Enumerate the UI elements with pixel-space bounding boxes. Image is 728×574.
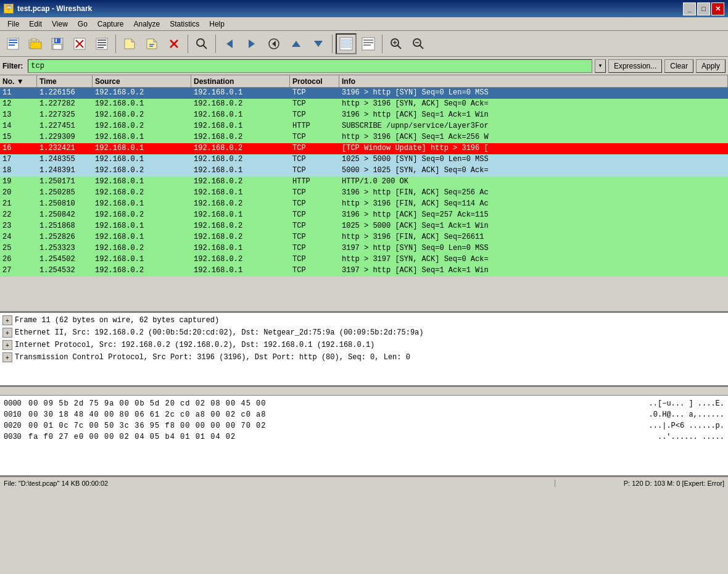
reload-button[interactable] (91, 33, 112, 54)
table-row[interactable]: 13 1.227325 192.168.0.2 192.168.0.1 TCP … (0, 110, 728, 121)
cell-no: 11 (0, 88, 37, 99)
table-row[interactable]: 20 1.250285 192.168.0.2 192.168.0.1 TCP … (0, 188, 728, 199)
menu-edit[interactable]: Edit (24, 18, 47, 30)
horizontal-scrollbar[interactable]: ◀ ▶ (0, 312, 728, 313)
window-controls: _ □ ✕ (683, 2, 724, 15)
table-row[interactable]: 16 1.232421 192.168.0.1 192.168.0.2 TCP … (0, 143, 728, 154)
col-header-src[interactable]: Source (93, 75, 191, 87)
svg-rect-5 (31, 39, 36, 41)
detail-text: Internet Protocol, Src: 192.168.0.2 (192… (15, 341, 374, 349)
detail-row[interactable]: + Transmission Control Protocol, Src Por… (1, 351, 727, 364)
table-row[interactable]: 15 1.229309 192.168.0.1 192.168.0.2 TCP … (0, 132, 728, 143)
cell-info: 5000 > 1025 [SYN, ACK] Seq=0 Ack= (339, 165, 728, 177)
menu-statistics[interactable]: Statistics (165, 18, 204, 30)
apply-button[interactable]: Apply (696, 59, 726, 73)
table-row[interactable]: 21 1.250810 192.168.0.1 192.168.0.2 TCP … (0, 199, 728, 210)
cell-info: 3197 > http [ACK] Seq=1 Ack=1 Win (339, 265, 728, 277)
table-row[interactable]: 25 1.253323 192.168.0.2 192.168.0.1 TCP … (0, 243, 728, 254)
maximize-button[interactable]: □ (697, 2, 710, 15)
cell-no: 19 (0, 177, 37, 188)
save-button[interactable] (47, 33, 68, 54)
cell-time: 1.252826 (37, 232, 93, 243)
find-button[interactable] (191, 33, 212, 54)
table-row[interactable]: 11 1.226156 192.168.0.2 192.168.0.1 TCP … (0, 88, 728, 99)
menu-file[interactable]: File (2, 18, 24, 30)
table-row[interactable]: 26 1.254502 192.168.0.1 192.168.0.2 TCP … (0, 254, 728, 265)
table-row[interactable]: 23 1.251868 192.168.0.1 192.168.0.2 TCP … (0, 221, 728, 232)
menu-view[interactable]: View (47, 18, 73, 30)
expand-icon[interactable]: + (2, 340, 12, 350)
cell-time: 1.227451 (37, 121, 93, 132)
minimize-button[interactable]: _ (683, 2, 696, 15)
table-row[interactable]: 24 1.252826 192.168.0.1 192.168.0.2 TCP … (0, 232, 728, 243)
expand-icon[interactable]: + (2, 315, 12, 325)
cell-dst: 192.168.0.2 (191, 132, 290, 143)
cell-src: 192.168.0.1 (93, 254, 191, 265)
expression-button[interactable]: Expression... (608, 59, 662, 73)
close-capture-button[interactable] (69, 33, 90, 54)
prev-packet-button[interactable] (219, 33, 240, 54)
svg-rect-15 (97, 40, 106, 41)
statusbar: File: "D:\test.pcap" 14 KB 00:00:02 P: 1… (0, 476, 728, 489)
detail-view-button[interactable] (358, 33, 379, 54)
menu-capture[interactable]: Capture (93, 18, 129, 30)
menu-analyze[interactable]: Analyze (129, 18, 165, 30)
col-header-info[interactable]: Info (339, 75, 728, 87)
cell-src: 192.168.0.2 (93, 243, 191, 254)
menu-help[interactable]: Help (204, 18, 230, 30)
cell-info: http > 3197 [SYN, ACK] Seq=0 Ack= (339, 254, 728, 265)
scroll-left-button[interactable]: ◀ (0, 313, 10, 314)
detail-row[interactable]: + Ethernet II, Src: 192.168.0.2 (00:0b:5… (1, 327, 727, 339)
table-row[interactable]: 27 1.254532 192.168.0.2 192.168.0.1 TCP … (0, 265, 728, 277)
filter-input[interactable]: tcp (28, 59, 592, 73)
col-header-time[interactable]: Time (37, 75, 93, 87)
svg-rect-37 (341, 43, 351, 44)
zoom-in-button[interactable] (386, 33, 407, 54)
hex-row: 0030 fa f0 27 e0 00 00 02 04 05 b4 01 01… (4, 431, 724, 443)
cell-src: 192.168.0.1 (93, 154, 191, 165)
detail-row[interactable]: + Frame 11 (62 bytes on wire, 62 bytes c… (1, 314, 727, 327)
detail-row[interactable]: + Internet Protocol, Src: 192.168.0.2 (1… (1, 339, 727, 351)
cell-info: [TCP Window Update] http > 3196 [ (339, 143, 728, 154)
close-button[interactable]: ✕ (711, 2, 724, 15)
table-row[interactable]: 12 1.227282 192.168.0.1 192.168.0.2 TCP … (0, 99, 728, 110)
table-row[interactable]: 17 1.248355 192.168.0.1 192.168.0.2 TCP … (0, 154, 728, 165)
cell-src: 192.168.0.2 (93, 110, 191, 121)
expand-icon[interactable]: + (2, 352, 12, 362)
svg-line-28 (203, 45, 207, 49)
packet-list-body[interactable]: 11 1.226156 192.168.0.2 192.168.0.1 TCP … (0, 88, 728, 312)
window-title: test.pcap - Wireshark (17, 4, 679, 13)
menu-go[interactable]: Go (73, 18, 93, 30)
table-row[interactable]: 19 1.250171 192.168.0.1 192.168.0.2 HTTP… (0, 177, 728, 188)
next-packet-button[interactable] (241, 33, 262, 54)
cell-no: 12 (0, 99, 37, 110)
open-file-button[interactable] (119, 33, 140, 54)
scroll-right-button[interactable]: ▶ (718, 313, 728, 314)
delete-button[interactable] (163, 33, 184, 54)
col-header-proto[interactable]: Protocol (290, 75, 339, 87)
scroll-down-button[interactable] (308, 33, 329, 54)
detail-text: Transmission Control Protocol, Src Port:… (15, 353, 410, 362)
sep-3 (215, 35, 216, 53)
scroll-up-button[interactable] (286, 33, 307, 54)
new-capture-button[interactable] (2, 33, 23, 54)
hex-offset: 0030 (4, 433, 23, 441)
save-file-button[interactable] (141, 33, 162, 54)
clear-button[interactable]: Clear (664, 59, 693, 73)
table-row[interactable]: 14 1.227451 192.168.0.2 192.168.0.1 HTTP… (0, 121, 728, 132)
first-packet-button[interactable] (263, 33, 284, 54)
cell-time: 1.254532 (37, 265, 93, 277)
status-right: P: 120 D: 103 M: 0 [Expert: Error] (555, 480, 728, 487)
open-button[interactable] (25, 33, 46, 54)
table-row[interactable]: 22 1.250842 192.168.0.2 192.168.0.1 TCP … (0, 210, 728, 221)
col-header-no[interactable]: No. ▼ (0, 75, 37, 87)
list-view-button[interactable] (336, 33, 357, 54)
cell-time: 1.248355 (37, 154, 93, 165)
expand-icon[interactable]: + (2, 328, 12, 338)
col-header-dst[interactable]: Destination (191, 75, 290, 87)
detail-text: Frame 11 (62 bytes on wire, 62 bytes cap… (15, 316, 219, 325)
zoom-out-button[interactable] (408, 33, 429, 54)
table-row[interactable]: 18 1.248391 192.168.0.2 192.168.0.1 TCP … (0, 165, 728, 177)
cell-info: 3197 > http [SYN] Seq=0 Len=0 MSS (339, 243, 728, 254)
filter-dropdown-button[interactable]: ▼ (595, 59, 606, 73)
